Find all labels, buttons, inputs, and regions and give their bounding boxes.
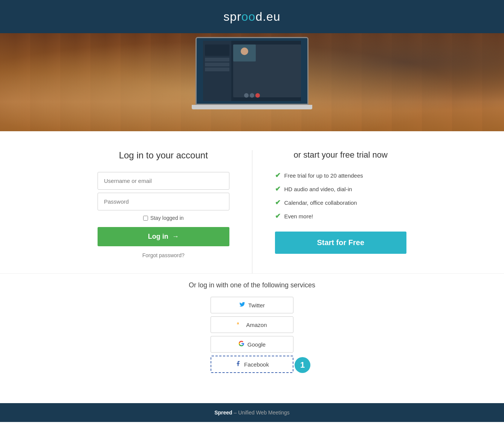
forgot-password-link[interactable]: Forgot password? — [98, 252, 229, 258]
username-input[interactable] — [98, 172, 229, 190]
svg-point-11 — [255, 93, 260, 98]
feature-item-3: ✔ Calendar, office collaboration — [275, 198, 407, 207]
facebook-label: Facebook — [244, 361, 269, 368]
feature-text-4: Even more! — [284, 213, 313, 219]
feature-list: ✔ Free trial for up to 20 attendees ✔ HD… — [275, 171, 407, 220]
main-content: Log in to your account Stay logged in Lo… — [0, 131, 504, 403]
google-label: Google — [247, 341, 266, 348]
trial-title: or start your free trial now — [275, 150, 407, 160]
meeting-ui-graphic — [203, 41, 301, 101]
badge-text: 1 — [300, 360, 305, 370]
logo-text-post: d.eu — [255, 10, 280, 23]
badge-number-1: 1 — [295, 357, 310, 373]
logo-text-pre: spr — [223, 10, 241, 23]
two-column-layout: Log in to your account Stay logged in Lo… — [82, 150, 422, 273]
twitter-login-button[interactable]: Twitter — [211, 297, 293, 313]
login-column: Log in to your account Stay logged in Lo… — [82, 150, 252, 273]
feature-text-3: Calendar, office collaboration — [284, 199, 357, 206]
laptop-screen — [195, 37, 309, 105]
svg-point-9 — [244, 93, 249, 98]
hero-image — [0, 33, 504, 131]
check-icon-2: ✔ — [275, 185, 281, 193]
feature-item-1: ✔ Free trial for up to 20 attendees — [275, 171, 407, 180]
feature-item-4: ✔ Even more! — [275, 212, 407, 220]
svg-point-10 — [250, 93, 254, 98]
check-icon-4: ✔ — [275, 212, 281, 220]
stay-logged-label: Stay logged in — [150, 215, 184, 221]
social-title: Or log in with one of the following serv… — [0, 281, 504, 289]
login-button-label: Log in — [148, 233, 168, 241]
amazon-label: Amazon — [246, 322, 267, 328]
stay-logged-checkbox[interactable] — [143, 216, 148, 221]
laptop-graphic — [173, 37, 331, 127]
start-free-label: Start for Free — [317, 238, 364, 247]
footer-tagline: – Unified Web Meetings — [234, 410, 289, 416]
password-field-group — [98, 193, 229, 210]
footer-text: Spreed – Unified Web Meetings — [214, 410, 290, 416]
laptop-base — [192, 105, 312, 109]
svg-rect-8 — [205, 68, 229, 71]
login-title: Log in to your account — [98, 150, 229, 161]
facebook-login-button[interactable]: Facebook — [211, 356, 293, 373]
feature-item-2: ✔ HD audio and video, dial-in — [275, 185, 407, 193]
google-login-button[interactable]: Google — [211, 336, 293, 353]
social-buttons-container: Twitter a Amazon Google — [211, 297, 293, 373]
svg-rect-5 — [205, 44, 229, 56]
social-login-section: Or log in with one of the following serv… — [0, 273, 504, 388]
feature-text-2: HD audio and video, dial-in — [284, 186, 352, 192]
stay-logged-group: Stay logged in — [98, 215, 229, 221]
amazon-icon: a — [237, 321, 243, 328]
arrow-icon: → — [172, 233, 179, 241]
check-icon-1: ✔ — [275, 171, 281, 180]
twitter-icon — [239, 301, 245, 309]
laptop-screen-inner — [197, 38, 307, 104]
site-footer: Spreed – Unified Web Meetings — [0, 403, 504, 422]
svg-rect-6 — [205, 58, 229, 61]
site-header: sprood.eu — [0, 0, 504, 33]
logo: sprood.eu — [223, 10, 280, 24]
logo-oo: oo — [241, 10, 256, 23]
amazon-login-button[interactable]: a Amazon — [211, 316, 293, 333]
check-icon-3: ✔ — [275, 198, 281, 207]
username-field-group — [98, 172, 229, 190]
svg-text:a: a — [237, 321, 239, 325]
login-button[interactable]: Log in → — [98, 227, 229, 246]
password-input[interactable] — [98, 193, 229, 210]
twitter-label: Twitter — [248, 302, 265, 308]
feature-text-1: Free trial for up to 20 attendees — [284, 172, 363, 179]
svg-point-3 — [241, 48, 248, 55]
trial-column: or start your free trial now ✔ Free tria… — [252, 150, 422, 273]
svg-rect-7 — [205, 63, 229, 66]
facebook-icon — [235, 361, 241, 368]
google-icon — [238, 341, 244, 348]
footer-brand: Spreed — [214, 410, 232, 416]
start-free-button[interactable]: Start for Free — [275, 232, 407, 254]
